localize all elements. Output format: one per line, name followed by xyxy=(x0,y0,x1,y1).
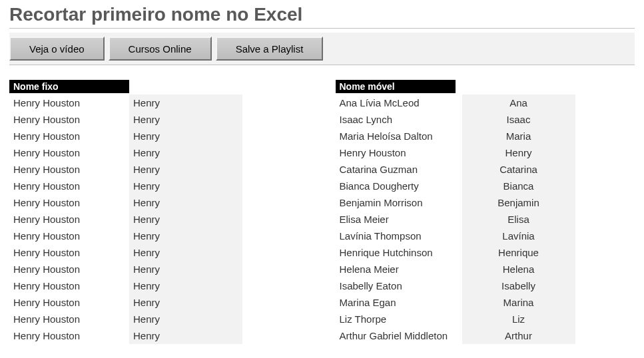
table-row-first: Isaac xyxy=(462,111,575,128)
table-row-full: Henrique Hutchinson xyxy=(336,244,462,261)
table-row-full: Benjamin Morrison xyxy=(336,194,462,211)
table-row-first: Henry xyxy=(129,194,242,211)
table-row-full: Henry Houston xyxy=(9,294,129,311)
table-row-full: Marina Egan xyxy=(336,294,462,311)
table-row-first: Henry xyxy=(129,327,242,344)
table-fixed: Henry HoustonHenryHenry HoustonHenryHenr… xyxy=(9,94,322,344)
table-row-full: Henry Houston xyxy=(9,161,129,178)
table-row-full: Bianca Dougherty xyxy=(336,178,462,194)
table-row-first: Benjamin xyxy=(462,194,575,211)
table-row-first: Ana xyxy=(462,94,575,111)
table-row-first: Elisa xyxy=(462,211,575,228)
table-row-first: Catarina xyxy=(462,161,575,178)
table-row-full: Henry Houston xyxy=(9,111,129,128)
table-row-full: Catarina Guzman xyxy=(336,161,462,178)
table-row-first: Bianca xyxy=(462,178,575,194)
table-row-full: Lavínia Thompson xyxy=(336,228,462,244)
table-row-first: Lavínia xyxy=(462,228,575,244)
table-row-full: Ana Lívia McLeod xyxy=(336,94,462,111)
page-title: Recortar primeiro nome no Excel xyxy=(9,0,635,28)
table-row-full: Henry Houston xyxy=(9,211,129,228)
table-row-first: Helena xyxy=(462,261,575,277)
table-row-full: Henry Houston xyxy=(9,277,129,294)
table-row-full: Henry Houston xyxy=(9,261,129,277)
table-row-first: Liz xyxy=(462,311,575,327)
table-row-full: Henry Houston xyxy=(9,244,129,261)
column-fixed: Nome fixo Henry HoustonHenryHenry Housto… xyxy=(9,80,322,344)
cursos-button[interactable]: Cursos Online xyxy=(109,37,212,61)
table-row-first: Marina xyxy=(462,294,575,311)
toolbar: Veja o vídeo Cursos Online Salve a Playl… xyxy=(9,33,635,65)
table-row-full: Maria Heloísa Dalton xyxy=(336,128,462,144)
table-row-first: Henry xyxy=(129,111,242,128)
table-row-full: Henry Houston xyxy=(9,144,129,161)
table-row-first: Henry xyxy=(129,244,242,261)
table-row-first: Isabelly xyxy=(462,277,575,294)
header-fixed: Nome fixo xyxy=(9,80,129,93)
column-movel: Nome móvel Ana Lívia McLeodAnaIsaac Lync… xyxy=(322,80,635,344)
table-row-full: Isabelly Eaton xyxy=(336,277,462,294)
table-row-full: Henry Houston xyxy=(9,128,129,144)
table-row-full: Elisa Meier xyxy=(336,211,462,228)
table-row-first: Arthur xyxy=(462,327,575,344)
table-row-full: Isaac Lynch xyxy=(336,111,462,128)
table-row-full: Henry Houston xyxy=(9,94,129,111)
table-row-first: Henry xyxy=(129,178,242,194)
table-row-first: Henry xyxy=(129,277,242,294)
table-row-full: Henry Houston xyxy=(9,178,129,194)
table-row-first: Maria xyxy=(462,128,575,144)
table-row-first: Henry xyxy=(129,294,242,311)
table-row-full: Henry Houston xyxy=(9,327,129,344)
table-row-full: Arthur Gabriel Middleton xyxy=(336,327,462,344)
table-movel: Ana Lívia McLeodAnaIsaac LynchIsaacMaria… xyxy=(336,94,635,344)
table-row-full: Henry Houston xyxy=(9,194,129,211)
table-row-full: Helena Meier xyxy=(336,261,462,277)
table-row-full: Henry Houston xyxy=(9,311,129,327)
table-row-first: Henrique xyxy=(462,244,575,261)
table-row-first: Henry xyxy=(129,161,242,178)
table-row-first: Henry xyxy=(129,228,242,244)
table-row-full: Henry Houston xyxy=(9,228,129,244)
table-row-first: Henry xyxy=(129,211,242,228)
table-row-first: Henry xyxy=(462,144,575,161)
playlist-button[interactable]: Salve a Playlist xyxy=(216,37,324,61)
video-button[interactable]: Veja o vídeo xyxy=(9,37,105,61)
table-row-full: Liz Thorpe xyxy=(336,311,462,327)
header-movel: Nome móvel xyxy=(336,80,456,93)
divider-top xyxy=(9,28,635,29)
table-row-first: Henry xyxy=(129,94,242,111)
columns: Nome fixo Henry HoustonHenryHenry Housto… xyxy=(9,80,635,344)
table-row-first: Henry xyxy=(129,261,242,277)
table-row-first: Henry xyxy=(129,128,242,144)
table-row-full: Henry Houston xyxy=(336,144,462,161)
table-row-first: Henry xyxy=(129,311,242,327)
table-row-first: Henry xyxy=(129,144,242,161)
